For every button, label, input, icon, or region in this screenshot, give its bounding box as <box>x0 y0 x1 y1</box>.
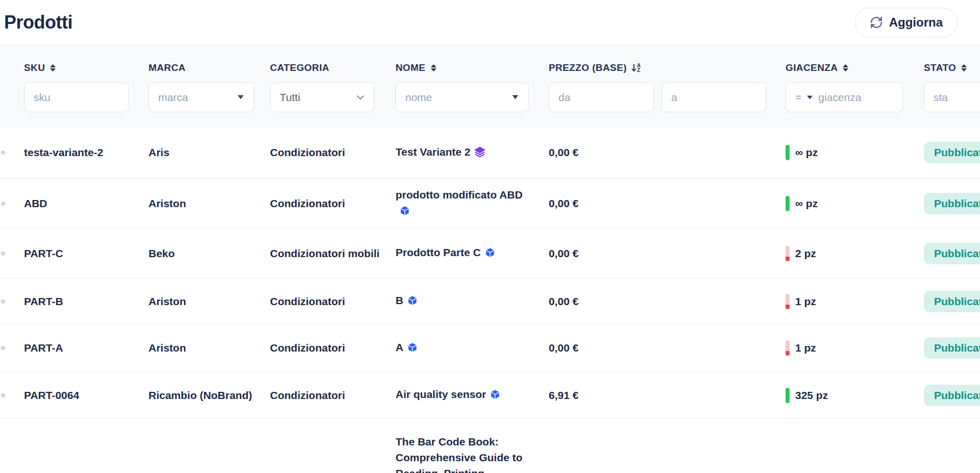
cell-marca: Beko <box>149 247 270 260</box>
column-label-sku: SKU <box>24 62 45 73</box>
filter-row: marca Tutti nome <box>0 83 980 112</box>
cell-categoria: Condizionatori <box>270 197 396 210</box>
table-row[interactable]: testa-variante-2 Aris Condizionatori Tes… <box>0 127 980 179</box>
cell-marca: Ricambio (NoBrand) <box>149 389 270 402</box>
row-handle-dot <box>1 151 5 155</box>
chevron-down-icon <box>356 93 364 102</box>
categoria-filter-select[interactable]: Tutti <box>270 83 374 112</box>
cell-nome: Air quality sensor <box>396 386 524 404</box>
cell-giacenza: ∞ pz <box>786 145 924 160</box>
row-handle-dot <box>1 252 5 256</box>
status-badge: Pubblicato <box>924 243 980 264</box>
marca-filter-placeholder: marca <box>158 91 232 104</box>
column-label-marca: MARCA <box>149 62 186 73</box>
cell-giacenza: 325 pz <box>786 388 924 403</box>
cell-sku: ABD <box>24 197 149 210</box>
stock-quantity: 2 pz <box>795 247 816 260</box>
column-header-row: SKU MARCA CATEGORIA NOME PREZZO (BASE) A… <box>0 62 980 73</box>
product-name: B <box>396 294 403 306</box>
prezzo-da-filter-input[interactable] <box>558 91 644 104</box>
row-handle-dot <box>1 300 5 304</box>
column-header-giacenza[interactable]: GIACENZA <box>786 62 924 73</box>
package-cube-icon <box>484 246 496 262</box>
column-label-prezzo: PREZZO (BASE) <box>549 62 627 73</box>
giacenza-operator[interactable]: = <box>795 91 801 104</box>
cell-prezzo: 6,91 € <box>549 389 786 402</box>
cell-nome: Test Variante 2 <box>396 144 524 162</box>
top-bar: Prodotti Aggiorna <box>0 0 980 45</box>
cell-prezzo: 0,00 € <box>549 197 786 210</box>
table-row[interactable]: ABD Ariston Condizionatori prodotto modi… <box>0 179 980 229</box>
cell-stato: Pubblicato <box>924 193 980 214</box>
cell-stato: Pubblicato <box>924 337 980 359</box>
stock-level-bar <box>786 246 790 261</box>
cell-sku: PART-C <box>24 247 149 260</box>
product-name: The Bar Code Book: Comprehensive Guide t… <box>396 436 523 473</box>
table-row[interactable]: The Bar Code Book: Comprehensive Guide t… <box>0 419 980 473</box>
cell-sku: testa-variante-2 <box>24 146 149 159</box>
package-cube-icon <box>399 205 410 220</box>
cell-nome: A <box>396 339 524 357</box>
stock-level-bar <box>786 196 790 211</box>
sort-icon <box>842 64 849 72</box>
cell-marca: Ariston <box>149 295 270 308</box>
row-handle-dot <box>1 393 5 397</box>
sort-descending-az-icon: AZ <box>631 63 641 73</box>
stock-quantity: 325 pz <box>795 389 828 402</box>
column-header-sku[interactable]: SKU <box>24 62 149 73</box>
stock-level-bar <box>786 340 790 356</box>
cell-giacenza: 2 pz <box>786 246 924 261</box>
cell-nome: The Bar Code Book: Comprehensive Guide t… <box>396 434 524 473</box>
table-header-zone: SKU MARCA CATEGORIA NOME PREZZO (BASE) A… <box>0 45 980 127</box>
sort-icon <box>430 64 437 72</box>
stock-quantity: ∞ pz <box>795 197 818 210</box>
cell-nome: B <box>396 292 524 310</box>
column-header-marca: MARCA <box>149 62 270 73</box>
refresh-icon <box>870 16 883 29</box>
cell-prezzo: 0,00 € <box>549 342 786 354</box>
cell-nome: Prodotto Parte C <box>396 244 524 262</box>
column-header-nome[interactable]: NOME <box>396 62 549 73</box>
cell-sku: PART-A <box>24 342 149 354</box>
cell-giacenza: 1 pz <box>786 340 924 356</box>
cell-nome: prodotto modificato ABD <box>396 187 524 220</box>
prezzo-a-filter-box <box>662 83 766 112</box>
product-name: Air quality sensor <box>396 388 486 400</box>
cell-sku: PART-B <box>24 295 149 308</box>
table-row[interactable]: PART-A Ariston Condizionatori A 0,00 € 1… <box>0 325 980 372</box>
table-row[interactable]: PART-0064 Ricambio (NoBrand) Condizionat… <box>0 372 980 419</box>
caret-down-icon <box>237 93 244 102</box>
sku-filter-box <box>24 83 129 112</box>
product-name: Prodotto Parte C <box>396 246 481 258</box>
cell-prezzo: 0,00 € <box>549 146 786 159</box>
categoria-filter-value: Tutti <box>280 91 351 104</box>
cell-stato: Pubblicato <box>924 142 980 163</box>
cell-giacenza: ∞ pz <box>786 196 924 211</box>
sort-icon <box>50 64 56 72</box>
stato-filter-dropdown[interactable]: sta <box>924 83 980 112</box>
prezzo-a-filter-input[interactable] <box>671 91 756 104</box>
cell-categoria: Condizionatori <box>270 295 396 308</box>
status-badge: Pubblicato <box>924 291 980 312</box>
giacenza-filter-input[interactable] <box>818 91 893 104</box>
caret-down-icon <box>511 93 519 102</box>
refresh-button[interactable]: Aggiorna <box>855 8 958 37</box>
status-badge: Pubblicato <box>924 142 980 163</box>
table-row[interactable]: PART-B Ariston Condizionatori B 0,00 € 1… <box>0 279 980 325</box>
stock-quantity: 1 pz <box>795 342 816 354</box>
column-header-stato[interactable]: STATO <box>924 62 980 73</box>
cell-stato: Pubblicato <box>924 291 980 312</box>
package-cube-icon <box>407 341 418 357</box>
marca-filter-dropdown[interactable]: marca <box>149 83 254 112</box>
product-name: prodotto modificato ABD <box>396 189 523 201</box>
caret-down-icon[interactable] <box>806 93 813 102</box>
column-header-prezzo[interactable]: PREZZO (BASE) AZ <box>549 62 786 73</box>
cell-categoria: Condizionatori <box>270 342 396 354</box>
table-row[interactable]: PART-C Beko Condizionatori mobili Prodot… <box>0 229 980 279</box>
sku-filter-input[interactable] <box>34 91 119 104</box>
nome-filter-dropdown[interactable]: nome <box>396 83 529 112</box>
nome-filter-placeholder: nome <box>405 91 506 104</box>
cell-marca: Aris <box>149 146 270 159</box>
stock-quantity: ∞ pz <box>795 146 818 159</box>
giacenza-filter-box: = <box>786 83 903 112</box>
